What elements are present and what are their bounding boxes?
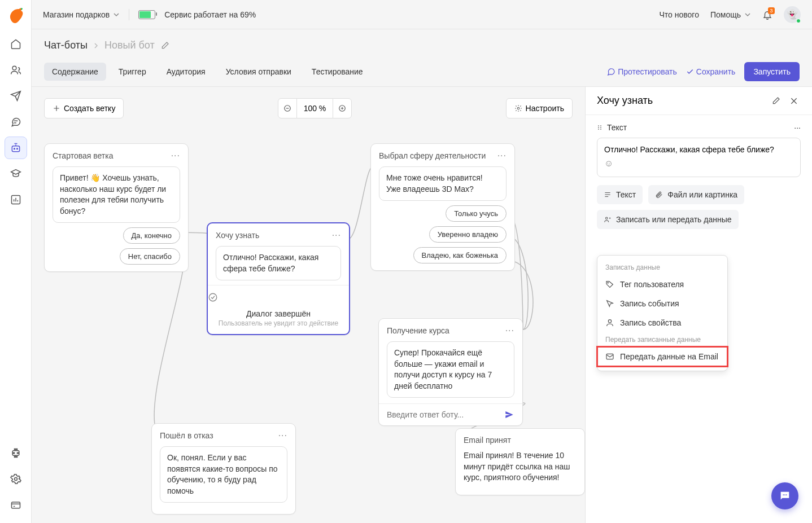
card-menu-icon[interactable]: ··· bbox=[332, 230, 341, 240]
reply-learning[interactable]: Только учусь bbox=[446, 205, 507, 222]
whats-new-link[interactable]: Что нового bbox=[659, 10, 699, 19]
block-label: Текст bbox=[607, 123, 627, 132]
help-dropdown[interactable]: Помощь bbox=[710, 10, 751, 19]
svg-point-13 bbox=[598, 129, 599, 130]
nav-users-icon[interactable] bbox=[5, 59, 27, 81]
panel-header: Хочу узнать bbox=[586, 87, 812, 115]
tab-conditions[interactable]: Условия отправки bbox=[218, 63, 299, 81]
card-menu-icon[interactable]: ··· bbox=[171, 151, 180, 161]
plus-circle-icon bbox=[338, 104, 346, 112]
tab-content[interactable]: Содержание bbox=[44, 63, 106, 81]
data-dropdown: Записать данные Тег пользователя Запись … bbox=[597, 255, 728, 371]
card-menu-icon[interactable]: ··· bbox=[497, 151, 507, 161]
canvas-toolbar: Создать ветку 100 % Настроить bbox=[44, 98, 573, 118]
hidden-select[interactable] bbox=[785, 300, 801, 316]
check-circle-icon bbox=[208, 292, 349, 302]
chat-fab[interactable] bbox=[771, 482, 798, 509]
reply-field[interactable] bbox=[387, 410, 504, 419]
menu-send-email[interactable]: Передать данные на Email bbox=[597, 347, 727, 366]
app-logo[interactable] bbox=[7, 7, 25, 25]
card-email[interactable]: Email принят Email принял! В течение 10 … bbox=[455, 428, 585, 495]
zoom-controls: 100 % bbox=[278, 98, 352, 118]
reply-yes[interactable]: Да, конечно bbox=[123, 227, 180, 244]
service-status: Сервис работает на 69% bbox=[164, 10, 256, 19]
menu-property[interactable]: Запись свойства bbox=[597, 313, 727, 332]
test-button[interactable]: Протестировать bbox=[606, 67, 677, 76]
panel-close-icon[interactable] bbox=[787, 96, 801, 106]
user-icon bbox=[605, 318, 614, 327]
status-online-icon bbox=[796, 19, 801, 23]
cursor-icon bbox=[605, 299, 614, 308]
add-text-button[interactable]: Текст bbox=[597, 185, 643, 204]
save-button[interactable]: Сохранить bbox=[686, 67, 736, 76]
help-label: Помощь bbox=[710, 10, 741, 19]
nav-settings-icon[interactable] bbox=[5, 468, 27, 490]
nav-billing-icon[interactable] bbox=[5, 494, 27, 516]
zoom-in-button[interactable] bbox=[333, 98, 352, 118]
reply-confident[interactable]: Уверенно владею bbox=[429, 226, 507, 243]
card-email-msg: Email принял! В течение 10 минут придёт … bbox=[464, 450, 577, 484]
canvas[interactable]: Создать ветку 100 % Настроить Стартовая … bbox=[32, 87, 585, 523]
nav-home-icon[interactable] bbox=[5, 33, 27, 55]
nav-plugins-icon[interactable] bbox=[5, 442, 27, 464]
block-menu-icon[interactable]: ··· bbox=[794, 123, 801, 132]
card-sphere[interactable]: Выбрал сферу деятельности··· Мне тоже оч… bbox=[370, 143, 515, 271]
text-editor[interactable]: Отлично! Расскажи, какая сфера тебе ближ… bbox=[597, 138, 801, 177]
card-menu-icon[interactable]: ··· bbox=[278, 430, 287, 441]
bot-reply-input[interactable] bbox=[379, 403, 522, 425]
edit-icon[interactable] bbox=[160, 41, 169, 50]
nav-bot-icon[interactable] bbox=[5, 137, 27, 159]
panel-edit-icon[interactable] bbox=[769, 96, 783, 106]
emoji-icon[interactable]: ☺ bbox=[604, 159, 793, 169]
chevron-down-icon bbox=[744, 11, 751, 18]
store-selector[interactable]: Магазин подарков bbox=[43, 10, 120, 19]
menu-group-record: Записать данные bbox=[597, 260, 727, 275]
svg-point-3 bbox=[16, 148, 18, 150]
nav-learn-icon[interactable] bbox=[5, 162, 27, 185]
tab-trigger[interactable]: Триггер bbox=[111, 63, 154, 81]
svg-rect-6 bbox=[11, 502, 20, 508]
chat-bubble-icon bbox=[779, 490, 791, 502]
add-data-button[interactable]: Записать или передать данные bbox=[597, 210, 739, 229]
tab-audience[interactable]: Аудитория bbox=[159, 63, 213, 81]
create-branch-button[interactable]: Создать ветку bbox=[44, 98, 124, 118]
card-menu-icon[interactable]: ··· bbox=[505, 326, 514, 336]
svg-point-14 bbox=[600, 125, 601, 126]
send-icon[interactable] bbox=[504, 410, 514, 420]
svg-point-17 bbox=[606, 217, 608, 219]
nav-stats-icon[interactable] bbox=[5, 188, 27, 211]
mail-icon bbox=[605, 352, 614, 361]
card-course-msg: Супер! Прокачайся ещё больше — укажи ema… bbox=[387, 341, 514, 398]
card-course[interactable]: Получение курса··· Супер! Прокачайся ещё… bbox=[378, 318, 523, 426]
card-refuse[interactable]: Пошёл в отказ··· Ок, понял. Если у вас п… bbox=[151, 423, 296, 515]
text-block-header: Текст ··· bbox=[597, 123, 801, 132]
nav-chat-icon[interactable] bbox=[5, 111, 27, 133]
user-avatar[interactable]: 👻 bbox=[784, 6, 801, 23]
tab-testing[interactable]: Тестирование bbox=[304, 63, 371, 81]
chevron-down-icon bbox=[113, 11, 120, 18]
plus-icon bbox=[53, 104, 60, 112]
card-want[interactable]: Хочу узнать··· Отлично! Расскажи, какая … bbox=[207, 222, 350, 335]
zoom-out-button[interactable] bbox=[278, 98, 297, 118]
chevron-right-icon bbox=[93, 43, 99, 49]
svg-point-0 bbox=[12, 66, 16, 70]
reply-no[interactable]: Нет, спасибо bbox=[120, 248, 180, 265]
notifications-button[interactable]: 3 bbox=[762, 10, 772, 20]
panel-body: Текст ··· Отлично! Расскажи, какая сфера… bbox=[586, 115, 812, 237]
card-want-msg: Отлично! Расскажи, какая сфера тебе ближ… bbox=[216, 246, 341, 280]
reply-godlike[interactable]: Владею, как боженька bbox=[413, 247, 507, 263]
menu-user-tag[interactable]: Тег пользователя bbox=[597, 275, 727, 294]
add-file-button[interactable]: Файл или картинка bbox=[648, 185, 744, 204]
dialog-done-sub: Пользователь не увидит это действие bbox=[208, 319, 349, 327]
menu-event[interactable]: Запись события bbox=[597, 294, 727, 313]
svg-point-16 bbox=[600, 129, 601, 130]
svg-point-5 bbox=[14, 478, 17, 481]
card-start[interactable]: Стартовая ветка··· Привет! 👋 Хочешь узна… bbox=[44, 143, 189, 272]
breadcrumb-root[interactable]: Чат-боты bbox=[44, 39, 88, 51]
nav-send-icon[interactable] bbox=[5, 85, 27, 107]
configure-button[interactable]: Настроить bbox=[506, 98, 573, 118]
drag-icon[interactable] bbox=[597, 124, 604, 131]
launch-button[interactable]: Запустить bbox=[744, 62, 800, 81]
chat-icon bbox=[606, 67, 615, 76]
tag-icon bbox=[605, 280, 614, 289]
